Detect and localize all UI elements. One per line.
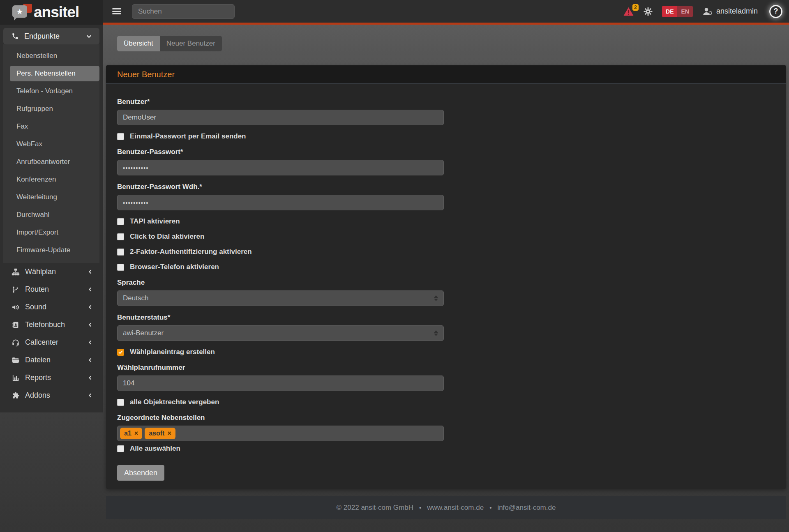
sidebar-item-firmware-update[interactable]: Firmware-Update: [3, 241, 99, 259]
sidebar-item-konferenzen[interactable]: Konferenzen: [3, 170, 99, 188]
tapi-checkbox-row[interactable]: TAPI aktivieren: [117, 217, 775, 226]
sidebar-item-telefonbuch[interactable]: Telefonbuch: [0, 316, 103, 334]
sidebar-group-endpunkte[interactable]: Endpunkte: [3, 28, 99, 44]
topbar-right: 2 DE EN ansiteladmin ?: [623, 5, 782, 18]
dialplan-entry-checkbox-row[interactable]: Wählplaneintrag erstellen: [117, 348, 775, 356]
remove-tag-icon[interactable]: ×: [134, 430, 138, 437]
search-input[interactable]: [132, 4, 235, 19]
topbar: 2 DE EN ansiteladmin ?: [103, 0, 789, 25]
brand-name: ansitel: [34, 4, 79, 21]
website-link[interactable]: www.ansit-com.de: [427, 504, 484, 512]
password-repeat-field[interactable]: [117, 195, 444, 210]
select-all-checkbox[interactable]: [117, 445, 124, 452]
sidebar-item-waehlplan[interactable]: Wählplan: [0, 263, 103, 281]
branch-icon: [11, 286, 21, 293]
chevron-left-icon: [88, 340, 93, 345]
puzzle-icon: [11, 392, 21, 400]
content-area: Übersicht Neuer Benutzer Neuer Benutzer …: [103, 25, 789, 519]
sidebar-item-anrufbeantworter[interactable]: Anrufbeantworter: [3, 153, 99, 170]
chevron-left-icon: [88, 304, 93, 310]
sidebar-item-durchwahl[interactable]: Durchwahl: [3, 206, 99, 223]
object-rights-checkbox-row[interactable]: alle Objektrechte vergeben: [117, 398, 775, 406]
user-menu[interactable]: ansiteladmin: [702, 7, 758, 16]
tab-neuer-benutzer[interactable]: Neuer Benutzer: [160, 36, 222, 51]
email-otp-checkbox[interactable]: [117, 133, 124, 140]
address-book-icon: [11, 321, 21, 329]
click-to-dial-checkbox-row[interactable]: Click to Dial aktivieren: [117, 233, 775, 241]
alerts-count-badge: 2: [632, 4, 639, 11]
language-label: Sprache: [117, 279, 775, 287]
email-otp-checkbox-row[interactable]: Einmal-Passwort per Email senden: [117, 132, 775, 140]
username-field[interactable]: [117, 110, 444, 125]
brand-logo[interactable]: ★ ansitel: [12, 3, 79, 22]
new-user-panel: Neuer Benutzer Benutzer* Einmal-Passwort…: [106, 65, 786, 489]
sidebar-item-import-export[interactable]: Import/Export: [3, 223, 99, 241]
assigned-extensions-input[interactable]: a1 × asoft ×: [117, 426, 444, 441]
select-caret-icon: [434, 295, 438, 301]
headset-icon: [11, 339, 21, 347]
chevron-left-icon: [88, 375, 93, 380]
user-status-select[interactable]: awi-Benutzer: [117, 325, 444, 341]
chevron-left-icon: [88, 357, 93, 363]
sidebar-item-reports[interactable]: Reports: [0, 369, 103, 387]
browser-phone-checkbox-row[interactable]: Browser-Telefon aktivieren: [117, 263, 775, 271]
chevron-left-icon: [88, 287, 93, 292]
sidebar-item-routen[interactable]: Routen: [0, 281, 103, 298]
brand-bubble-icon: ★: [12, 3, 32, 22]
assigned-extensions-label: Zugeordnete Nebenstellen: [117, 414, 775, 422]
language-en[interactable]: EN: [677, 6, 692, 17]
tapi-checkbox[interactable]: [117, 218, 124, 225]
language-toggle[interactable]: DE EN: [662, 6, 693, 17]
sidebar-item-sound[interactable]: Sound: [0, 298, 103, 316]
password-field[interactable]: [117, 160, 444, 175]
sidebar-item-webfax[interactable]: WebFax: [3, 135, 99, 153]
object-rights-checkbox[interactable]: [117, 399, 124, 406]
sidebar: Endpunkte Nebenstellen Pers. Nebenstelle…: [0, 25, 103, 412]
sidebar-item-pers-nebenstellen[interactable]: Pers. Nebenstellen: [10, 66, 99, 81]
click-to-dial-checkbox[interactable]: [117, 233, 124, 240]
brand-star-icon: ★: [12, 5, 27, 18]
sidebar-item-dateien[interactable]: Dateien: [0, 351, 103, 369]
user-shield-icon: [702, 7, 713, 16]
settings-gear-icon[interactable]: [643, 7, 653, 16]
sidebar-item-nebenstellen[interactable]: Nebenstellen: [3, 47, 99, 64]
tab-uebersicht[interactable]: Übersicht: [117, 36, 160, 51]
browser-phone-checkbox[interactable]: [117, 264, 124, 271]
help-icon[interactable]: ?: [769, 5, 782, 18]
remove-tag-icon[interactable]: ×: [167, 430, 171, 437]
dialplan-number-label: Wählplanrufnummer: [117, 364, 775, 372]
sidebar-item-telefon-vorlagen[interactable]: Telefon - Vorlagen: [3, 82, 99, 100]
username-label: Benutzer*: [117, 98, 775, 106]
two-factor-checkbox[interactable]: [117, 249, 124, 256]
email-link[interactable]: info@ansit-com.de: [497, 504, 556, 512]
hamburger-menu-icon[interactable]: [112, 7, 121, 16]
alerts-button[interactable]: 2: [623, 7, 634, 16]
submit-button[interactable]: Absenden: [117, 465, 164, 481]
chevron-left-icon: [88, 393, 93, 398]
sidebar-submenu: Nebenstellen Pers. Nebenstellen Telefon …: [3, 44, 99, 263]
sidebar-item-weiterleitung[interactable]: Weiterleitung: [3, 188, 99, 206]
password-label: Benutzer-Passwort*: [117, 148, 775, 156]
dialplan-entry-checkbox[interactable]: [117, 349, 124, 356]
sidebar-item-addons[interactable]: Addons: [0, 387, 103, 404]
select-all-checkbox-row[interactable]: Alle auswählen: [117, 444, 775, 453]
dialplan-number-field[interactable]: [117, 375, 444, 391]
sidebar-item-fax[interactable]: Fax: [3, 117, 99, 135]
sidebar-item-callcenter[interactable]: Callcenter: [0, 334, 103, 351]
user-status-label: Benutzerstatus*: [117, 313, 775, 322]
phone-icon: [12, 32, 19, 40]
sidebar-item-rufgruppen[interactable]: Rufgruppen: [3, 100, 99, 117]
new-user-form: Benutzer* Einmal-Passwort per Email send…: [106, 84, 786, 489]
copyright-text: © 2022 ansit-com GmbH: [337, 504, 413, 512]
password-repeat-label: Benutzer-Passwort Wdh.*: [117, 183, 775, 191]
extension-tag: a1 ×: [120, 428, 142, 439]
tab-bar: Übersicht Neuer Benutzer: [117, 36, 222, 51]
username-label: ansiteladmin: [716, 7, 758, 16]
language-de[interactable]: DE: [662, 6, 677, 17]
extension-tag: asoft ×: [145, 428, 175, 439]
panel-title: Neuer Benutzer: [106, 65, 786, 84]
sidebar-group-label: Endpunkte: [24, 32, 86, 41]
language-select[interactable]: Deutsch: [117, 290, 444, 306]
two-factor-checkbox-row[interactable]: 2-Faktor-Authentifizierung aktivieren: [117, 248, 775, 256]
chevron-left-icon: [88, 269, 93, 274]
